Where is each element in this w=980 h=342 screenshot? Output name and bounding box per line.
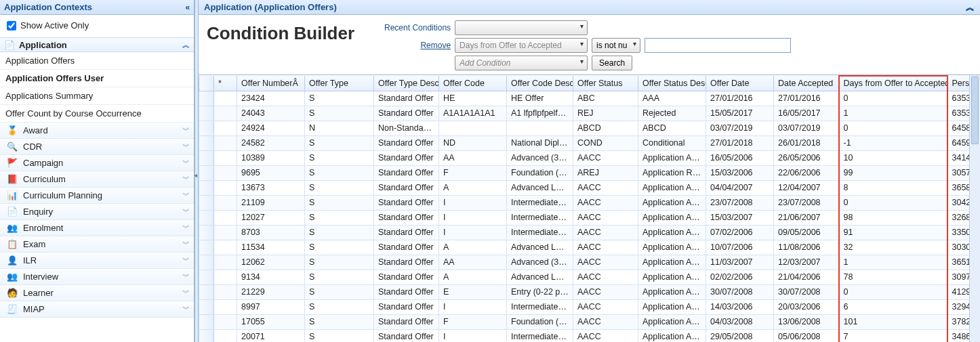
table-row[interactable]: 21229SStandard OfferEEntry (0-22 poi...A… xyxy=(199,284,980,299)
cell[interactable] xyxy=(214,299,237,314)
cell[interactable]: S xyxy=(305,255,374,270)
cell[interactable]: Application Ac... xyxy=(638,284,706,299)
cell[interactable]: Standard Offer xyxy=(374,255,439,270)
cell[interactable]: AACC xyxy=(573,195,638,210)
cell[interactable]: 13673 xyxy=(237,180,305,195)
collapse-sidebar-icon[interactable]: « xyxy=(185,3,190,12)
table-row[interactable]: 10389SStandard OfferAAAdvanced (37-...AA… xyxy=(199,150,980,165)
cell[interactable]: AACC xyxy=(573,210,638,225)
cell[interactable]: Standard Offer xyxy=(374,210,439,225)
cell[interactable]: 0 xyxy=(839,91,947,106)
cell[interactable]: Standard Offer xyxy=(374,150,439,165)
cell[interactable]: 98 xyxy=(839,210,947,225)
cell[interactable]: 11/08/2006 xyxy=(774,240,839,255)
cell[interactable]: AACC xyxy=(573,270,638,284)
cell[interactable]: Standard Offer xyxy=(374,106,439,121)
cell[interactable] xyxy=(214,225,237,240)
column-header[interactable]: Date Accepted xyxy=(774,76,839,91)
search-button[interactable]: Search xyxy=(592,56,632,70)
sidebar-item-enrolment[interactable]: 👥Enrolment︾ xyxy=(0,220,194,236)
cell[interactable]: Advanced (37-... xyxy=(507,255,573,270)
table-row[interactable]: 24043SStandard OfferA1A1A1A1A1A1 lfpflpf… xyxy=(199,106,980,121)
sidebar-item-learner[interactable]: 🧑Learner︾ xyxy=(0,285,194,301)
cell[interactable]: 16/05/2017 xyxy=(774,106,839,121)
cell[interactable]: S xyxy=(305,284,374,299)
add-condition-select[interactable] xyxy=(455,56,588,70)
cell[interactable]: 24582 xyxy=(237,135,305,150)
cell[interactable]: Application Rej... xyxy=(638,165,706,180)
cell[interactable]: 9695 xyxy=(237,165,305,180)
sidebar-item-cdr[interactable]: 🔍CDR︾ xyxy=(0,139,194,155)
cell[interactable]: 15/03/2006 xyxy=(706,165,774,180)
cell[interactable]: Standard Offer xyxy=(374,329,439,342)
cell[interactable]: Standard Offer xyxy=(374,270,439,284)
cell[interactable]: 7 xyxy=(839,329,947,342)
column-header[interactable]: Offer Status Desc xyxy=(638,76,706,91)
cell[interactable]: S xyxy=(305,270,374,284)
cell[interactable]: REJ xyxy=(573,106,638,121)
cell[interactable]: Intermediate (... xyxy=(507,210,573,225)
cell[interactable]: 0 xyxy=(839,121,947,135)
cell[interactable]: AACC xyxy=(573,150,638,165)
cell[interactable]: Standard Offer xyxy=(374,180,439,195)
cell[interactable]: 21109 xyxy=(237,195,305,210)
cell[interactable]: Application Ac... xyxy=(638,240,706,255)
sidebar-item-enquiry[interactable]: 📄Enquiry︾ xyxy=(0,204,194,220)
cell[interactable]: 10/07/2006 xyxy=(706,240,774,255)
sidebar-item-offer-count-by-course-occurrence[interactable]: Offer Count by Course Occurrence xyxy=(0,105,194,123)
cell[interactable]: A xyxy=(439,240,507,255)
cell[interactable]: Standard Offer xyxy=(374,284,439,299)
sidebar-item-ilr[interactable]: 👤ILR︾ xyxy=(0,253,194,269)
cell[interactable]: 21/04/2006 xyxy=(774,270,839,284)
cell[interactable]: 32 xyxy=(839,240,947,255)
cell[interactable]: S xyxy=(305,210,374,225)
cell[interactable]: S xyxy=(305,329,374,342)
cell[interactable]: S xyxy=(305,195,374,210)
cell[interactable]: 29/05/2008 xyxy=(706,329,774,342)
cell[interactable]: Application Ac... xyxy=(638,180,706,195)
cell[interactable]: A1A1A1A1A1 xyxy=(439,106,507,121)
column-header[interactable]: Offer Type Desc xyxy=(374,76,439,91)
cell[interactable]: 24043 xyxy=(237,106,305,121)
cell[interactable] xyxy=(214,240,237,255)
cell[interactable]: I xyxy=(439,195,507,210)
cell[interactable]: Intermediate (... xyxy=(507,195,573,210)
cell[interactable]: AACC xyxy=(573,180,638,195)
cell[interactable]: ABC xyxy=(573,91,638,106)
cell[interactable]: 27/01/2016 xyxy=(774,91,839,106)
nav-section-application[interactable]: 📄 Application ︽ xyxy=(0,37,194,52)
cell[interactable]: 09/05/2006 xyxy=(774,225,839,240)
table-row[interactable]: 12062SStandard OfferAAAdvanced (37-...AA… xyxy=(199,255,980,270)
cell[interactable]: 02/02/2006 xyxy=(706,270,774,284)
table-row[interactable]: 9134SStandard OfferAAdvanced Leve...AACC… xyxy=(199,270,980,284)
table-row[interactable]: 9695SStandard OfferFFoundation (2...AREJ… xyxy=(199,165,980,180)
cell[interactable]: 23424 xyxy=(237,91,305,106)
cell[interactable]: 6 xyxy=(839,299,947,314)
cell[interactable]: 07/02/2006 xyxy=(706,225,774,240)
cell[interactable]: AACC xyxy=(573,314,638,329)
cell[interactable]: Advanced (37-... xyxy=(507,150,573,165)
cell[interactable]: AA xyxy=(439,150,507,165)
cell[interactable]: Standard Offer xyxy=(374,225,439,240)
cell[interactable]: 16/05/2006 xyxy=(706,150,774,165)
column-header[interactable]: Offer Type xyxy=(305,76,374,91)
cell[interactable]: AACC xyxy=(573,329,638,342)
cell[interactable]: I xyxy=(439,225,507,240)
cell[interactable]: 30/07/2008 xyxy=(706,284,774,299)
cell[interactable]: 101 xyxy=(839,314,947,329)
cell[interactable]: 26/05/2006 xyxy=(774,150,839,165)
table-row[interactable]: 20071SStandard OfferIIntermediate (...AA… xyxy=(199,329,980,342)
cell[interactable]: Standard Offer xyxy=(374,165,439,180)
sidebar-item-award[interactable]: 🏅Award︾ xyxy=(0,123,194,139)
cell[interactable] xyxy=(214,150,237,165)
column-header[interactable]: Offer NumberÂ xyxy=(237,76,305,91)
show-active-checkbox[interactable] xyxy=(7,21,16,30)
cell[interactable]: 12/03/2007 xyxy=(774,255,839,270)
cell[interactable]: I xyxy=(439,299,507,314)
table-row[interactable]: 12027SStandard OfferIIntermediate (...AA… xyxy=(199,210,980,225)
cell[interactable] xyxy=(214,91,237,106)
cell[interactable]: 27/01/2016 xyxy=(706,91,774,106)
vertical-scrollbar[interactable] xyxy=(969,75,980,342)
cell[interactable] xyxy=(214,284,237,299)
cell[interactable]: A xyxy=(439,270,507,284)
